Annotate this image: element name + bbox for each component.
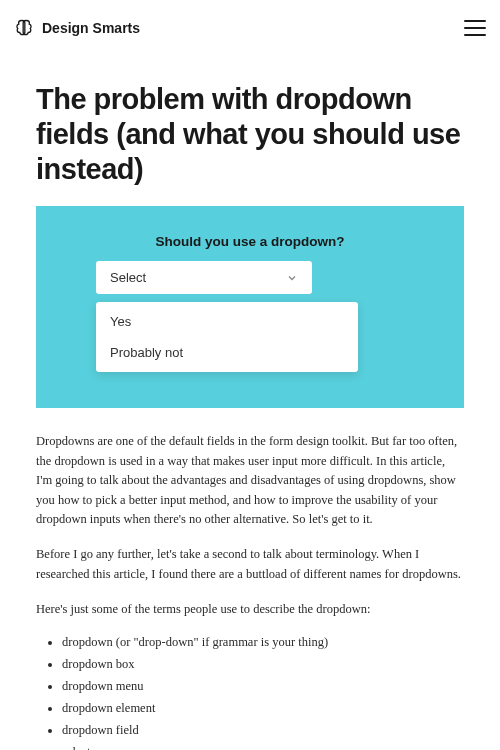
list-item: dropdown element <box>62 701 464 716</box>
list-item: dropdown menu <box>62 679 464 694</box>
dropdown-options: Yes Probably not <box>96 302 358 372</box>
dropdown-option[interactable]: Yes <box>96 306 358 337</box>
dropdown-select[interactable]: Select <box>96 261 312 294</box>
list-item: dropdown box <box>62 657 464 672</box>
chevron-down-icon <box>286 272 298 284</box>
site-header: Design Smarts <box>0 0 500 52</box>
list-item: dropdown (or "drop-down" if grammar is y… <box>62 635 464 650</box>
paragraph: Here's just some of the terms people use… <box>36 600 464 619</box>
terms-list: dropdown (or "drop-down" if grammar is y… <box>36 635 464 750</box>
hero-illustration: Should you use a dropdown? Select Yes Pr… <box>36 206 464 408</box>
list-item: dropdown field <box>62 723 464 738</box>
brand-name: Design Smarts <box>42 20 140 36</box>
hamburger-menu-icon[interactable] <box>464 20 486 36</box>
paragraph: Dropdowns are one of the default fields … <box>36 432 464 529</box>
brain-logo-icon <box>14 18 34 38</box>
list-item: selector <box>62 745 464 750</box>
article: The problem with dropdown fields (and wh… <box>0 52 500 750</box>
article-title: The problem with dropdown fields (and wh… <box>36 82 464 186</box>
paragraph: Before I go any further, let's take a se… <box>36 545 464 584</box>
dropdown-placeholder: Select <box>110 270 146 285</box>
dropdown-option[interactable]: Probably not <box>96 337 358 368</box>
hero-question: Should you use a dropdown? <box>96 234 404 249</box>
brand[interactable]: Design Smarts <box>14 18 140 38</box>
